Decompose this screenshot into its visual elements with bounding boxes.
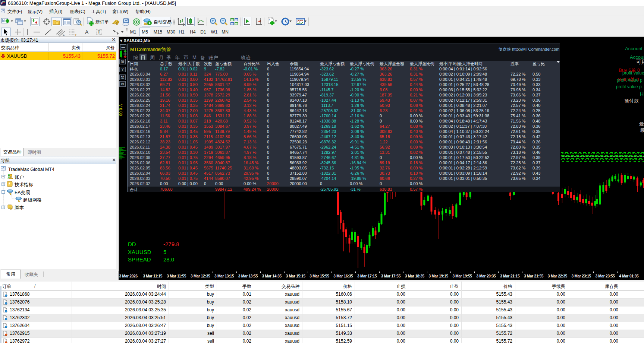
svg-text:T: T bbox=[98, 30, 100, 34]
svg-text:A: A bbox=[85, 29, 89, 35]
svg-text:E: E bbox=[63, 33, 65, 36]
svg-text:F: F bbox=[75, 33, 77, 36]
